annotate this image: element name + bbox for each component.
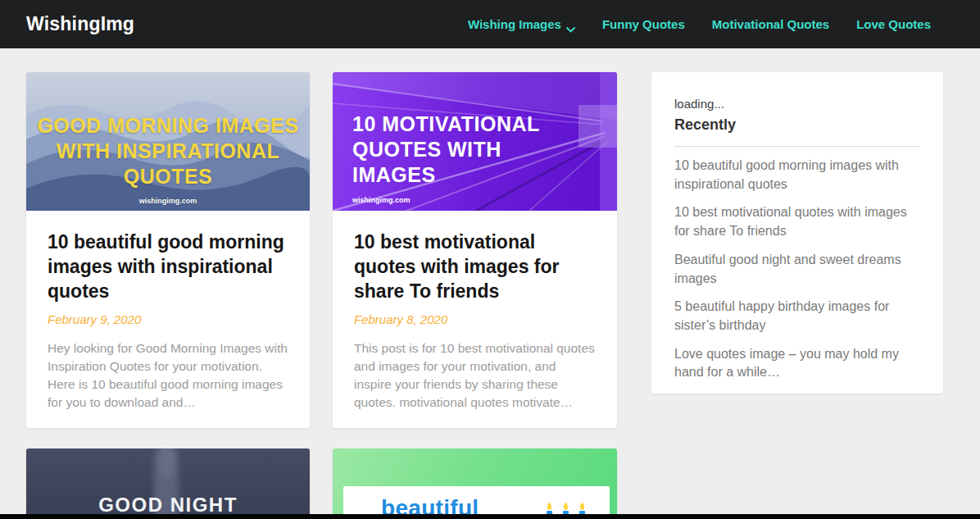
posts-column-2: 10 MOTIVATIONAL QUOTES WITH IMAGES wishi… xyxy=(333,72,617,519)
post-card-good-morning: GOOD MORNING IMAGES WITH INSPIRATIONAL Q… xyxy=(26,72,310,428)
nav-item-funny-quotes[interactable]: Funny Quotes xyxy=(602,17,685,31)
post-thumbnail-motivational[interactable]: 10 MOTIVATIONAL QUOTES WITH IMAGES wishi… xyxy=(333,72,617,211)
post-excerpt: This post is for 10 best motivational qu… xyxy=(354,339,596,412)
list-item: 5 beautiful happy birthday images for si… xyxy=(674,298,920,335)
nav-item-love-quotes[interactable]: Love Quotes xyxy=(856,17,931,31)
post-card-motivational: 10 MOTIVATIONAL QUOTES WITH IMAGES wishi… xyxy=(333,72,617,428)
nav-item-motivational-quotes[interactable]: Motivational Quotes xyxy=(712,17,829,31)
post-body: 10 best motivational quotes with images … xyxy=(333,211,617,428)
recent-post-link[interactable]: 5 beautiful happy birthday images for si… xyxy=(674,298,920,335)
site-header: WishingImg Wishing Images Funny Quotes M… xyxy=(0,0,980,48)
post-date: February 8, 2020 xyxy=(354,312,596,326)
posts-column-1: GOOD MORNING IMAGES WITH INSPIRATIONAL Q… xyxy=(26,72,310,519)
bottom-black-bar xyxy=(0,514,980,519)
post-title[interactable]: 10 best motivational quotes with images … xyxy=(354,230,596,304)
list-item: Love quotes image – you may hold my hand… xyxy=(674,345,920,382)
post-excerpt: Hey looking for Good Morning Images with… xyxy=(48,339,288,412)
post-thumbnail-happy-birthday[interactable]: beautiful happy xyxy=(333,448,617,519)
divider xyxy=(674,146,920,147)
post-date: February 9, 2020 xyxy=(48,312,288,326)
recent-posts-list: 10 beautiful good morning images with in… xyxy=(674,157,920,382)
post-thumbnail-good-night[interactable]: GOOD NIGHT AND SWEET DREAMS xyxy=(26,448,310,519)
list-item: 10 best motivational quotes with images … xyxy=(674,203,920,240)
thumbnail-title: GOOD MORNING IMAGES WITH INSPIRATIONAL Q… xyxy=(26,113,310,189)
thumbnail-watermark: wishingimg.com xyxy=(26,197,310,205)
post-title[interactable]: 10 beautiful good morning images with in… xyxy=(48,230,288,304)
list-item: Beautiful good night and sweet dreams im… xyxy=(674,251,920,288)
recent-post-link[interactable]: 10 beautiful good morning images with in… xyxy=(674,157,920,193)
thumbnail-title: 10 MOTIVATIONAL QUOTES WITH IMAGES xyxy=(352,112,561,188)
post-thumbnail-good-morning[interactable]: GOOD MORNING IMAGES WITH INSPIRATIONAL Q… xyxy=(26,72,310,211)
recently-heading: Recently xyxy=(674,116,920,134)
nav-item-label: Wishing Images xyxy=(468,17,561,31)
main-nav: Wishing Images Funny Quotes Motivational… xyxy=(468,17,931,31)
recent-post-link[interactable]: 10 best motivational quotes with images … xyxy=(674,203,920,240)
sidebar: loading... Recently 10 beautiful good mo… xyxy=(651,72,943,394)
post-card-good-night: GOOD NIGHT AND SWEET DREAMS xyxy=(26,448,310,519)
site-logo[interactable]: WishingImg xyxy=(26,13,134,35)
chevron-down-icon xyxy=(566,21,575,27)
loading-text: loading... xyxy=(674,97,920,111)
recent-post-link[interactable]: Beautiful good night and sweet dreams im… xyxy=(674,251,920,288)
thumbnail-title-line1: GOOD NIGHT xyxy=(26,494,310,517)
sidebar-recent-widget: loading... Recently 10 beautiful good mo… xyxy=(651,72,943,394)
main-content: GOOD MORNING IMAGES WITH INSPIRATIONAL Q… xyxy=(0,48,980,519)
nav-item-wishing-images[interactable]: Wishing Images xyxy=(468,17,575,31)
thumbnail-watermark: wishingimg.com xyxy=(352,196,411,204)
list-item: 10 beautiful good morning images with in… xyxy=(674,157,920,193)
recent-post-link[interactable]: Love quotes image – you may hold my hand… xyxy=(674,345,920,382)
post-body: 10 beautiful good morning images with in… xyxy=(26,211,310,428)
post-card-happy-birthday: beautiful happy xyxy=(333,448,617,519)
